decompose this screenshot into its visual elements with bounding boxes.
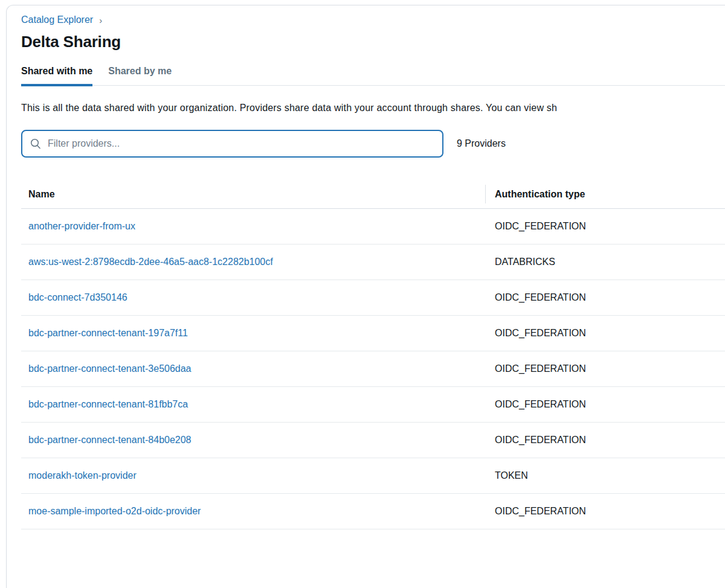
auth-type-cell: DATABRICKS [485,257,555,267]
providers-count: 9 Providers [457,138,506,149]
table-row: bdc-partner-connect-tenant-197a7f11OIDC_… [21,316,725,351]
provider-link[interactable]: another-provider-from-ux [28,221,135,231]
provider-name-cell: aws:us-west-2:8798ecdb-2dee-46a5-aac8-1c… [21,257,485,267]
tab-shared-with-me[interactable]: Shared with me [21,66,92,85]
provider-name-cell: bdc-partner-connect-tenant-81fbb7ca [21,399,485,410]
column-divider [485,185,486,203]
auth-type-cell: OIDC_FEDERATION [485,506,586,517]
auth-type-cell: OIDC_FEDERATION [485,399,586,410]
filter-row: 9 Providers [21,130,725,158]
column-header-authentication-type[interactable]: Authentication type [485,189,585,200]
provider-link[interactable]: bdc-partner-connect-tenant-197a7f11 [28,328,188,338]
breadcrumb-link-catalog-explorer[interactable]: Catalog Explorer [21,14,93,25]
provider-link[interactable]: bdc-partner-connect-tenant-81fbb7ca [28,399,188,409]
provider-link[interactable]: aws:us-west-2:8798ecdb-2dee-46a5-aac8-1c… [28,257,273,267]
table-row: moderakh-token-providerTOKEN [21,458,725,494]
provider-name-cell: bdc-partner-connect-tenant-84b0e208 [21,435,485,446]
search-icon [30,138,42,150]
provider-name-cell: bdc-connect-7d350146 [21,292,485,303]
provider-name-cell: moderakh-token-provider [21,470,485,481]
provider-link[interactable]: moe-sample-imported-o2d-oidc-provider [28,506,201,516]
auth-type-cell: TOKEN [485,470,528,481]
provider-name-cell: another-provider-from-ux [21,221,485,232]
providers-table: Name Authentication type another-provide… [21,180,725,529]
tab-shared-by-me[interactable]: Shared by me [108,66,172,85]
auth-type-cell: OIDC_FEDERATION [485,328,586,339]
provider-link[interactable]: bdc-connect-7d350146 [28,292,127,302]
table-row: moe-sample-imported-o2d-oidc-providerOID… [21,494,725,529]
provider-name-cell: bdc-partner-connect-tenant-197a7f11 [21,328,485,339]
content-panel: Catalog Explorer › Delta Sharing Shared … [6,5,725,588]
table-body: another-provider-from-uxOIDC_FEDERATIONa… [21,209,725,529]
auth-type-cell: OIDC_FEDERATION [485,435,586,446]
auth-type-cell: OIDC_FEDERATION [485,221,586,232]
table-row: bdc-connect-7d350146OIDC_FEDERATION [21,280,725,316]
provider-name-cell: bdc-partner-connect-tenant-3e506daa [21,363,485,374]
table-row: bdc-partner-connect-tenant-84b0e208OIDC_… [21,423,725,458]
table-row: aws:us-west-2:8798ecdb-2dee-46a5-aac8-1c… [21,244,725,280]
table-row: bdc-partner-connect-tenant-81fbb7caOIDC_… [21,387,725,423]
tab-bar: Shared with me Shared by me [21,66,725,86]
provider-link[interactable]: bdc-partner-connect-tenant-3e506daa [28,363,192,374]
auth-type-cell: OIDC_FEDERATION [485,363,586,374]
page-description: This is all the data shared with your or… [21,103,725,113]
table-row: another-provider-from-uxOIDC_FEDERATION [21,209,725,244]
column-header-name[interactable]: Name [21,189,485,200]
auth-type-cell: OIDC_FEDERATION [485,292,586,303]
delta-sharing-page: { "breadcrumb": { "items": [ { "label": … [0,0,725,588]
chevron-right-icon: › [99,15,102,25]
content-area: Catalog Explorer › Delta Sharing Shared … [7,5,725,529]
provider-link[interactable]: moderakh-token-provider [28,470,137,481]
table-header-row: Name Authentication type [21,180,725,209]
provider-link[interactable]: bdc-partner-connect-tenant-84b0e208 [28,435,192,445]
provider-name-cell: moe-sample-imported-o2d-oidc-provider [21,506,485,517]
table-row: bdc-partner-connect-tenant-3e506daaOIDC_… [21,351,725,387]
breadcrumb: Catalog Explorer › [21,14,725,25]
page-title: Delta Sharing [21,33,725,51]
filter-providers-field[interactable] [48,138,435,149]
filter-providers-input[interactable] [21,130,443,158]
